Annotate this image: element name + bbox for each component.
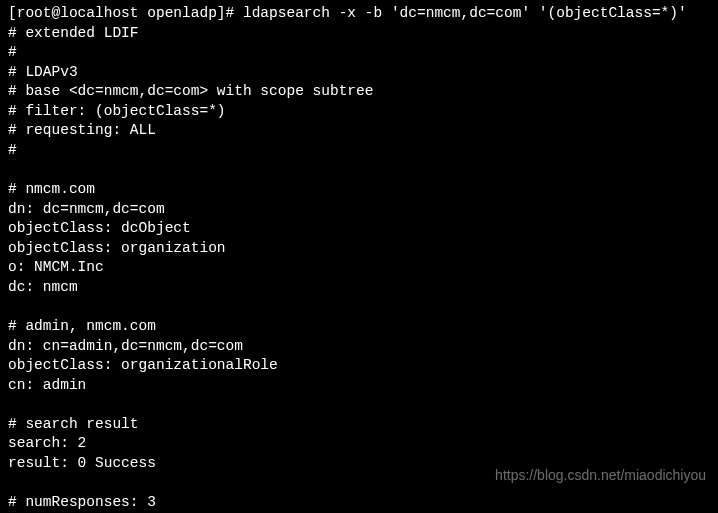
- output-line: # search result: [8, 415, 710, 435]
- output-line: objectClass: dcObject: [8, 219, 710, 239]
- output-line: # requesting: ALL: [8, 121, 710, 141]
- terminal-output: # extended LDIF## LDAPv3# base <dc=nmcm,…: [8, 24, 710, 513]
- output-line: # admin, nmcm.com: [8, 317, 710, 337]
- output-line: [8, 297, 710, 317]
- output-line: #: [8, 141, 710, 161]
- output-line: dc: nmcm: [8, 278, 710, 298]
- prompt-line[interactable]: [root@localhost openladp]# ldapsearch -x…: [8, 4, 710, 24]
- output-line: search: 2: [8, 434, 710, 454]
- output-line: # base <dc=nmcm,dc=com> with scope subtr…: [8, 82, 710, 102]
- output-line: # nmcm.com: [8, 180, 710, 200]
- output-line: [8, 161, 710, 181]
- output-line: # filter: (objectClass=*): [8, 102, 710, 122]
- shell-command: ldapsearch -x -b 'dc=nmcm,dc=com' '(obje…: [243, 5, 687, 21]
- watermark-text: https://blog.csdn.net/miaodichiyou: [495, 466, 706, 485]
- output-line: # LDAPv3: [8, 63, 710, 83]
- output-line: objectClass: organization: [8, 239, 710, 259]
- output-line: #: [8, 43, 710, 63]
- output-line: dn: cn=admin,dc=nmcm,dc=com: [8, 337, 710, 357]
- output-line: cn: admin: [8, 376, 710, 396]
- output-line: dn: dc=nmcm,dc=com: [8, 200, 710, 220]
- output-line: # numResponses: 3: [8, 493, 710, 513]
- output-line: [8, 395, 710, 415]
- output-line: objectClass: organizationalRole: [8, 356, 710, 376]
- output-line: # extended LDIF: [8, 24, 710, 44]
- output-line: o: NMCM.Inc: [8, 258, 710, 278]
- shell-prompt: [root@localhost openladp]#: [8, 5, 243, 21]
